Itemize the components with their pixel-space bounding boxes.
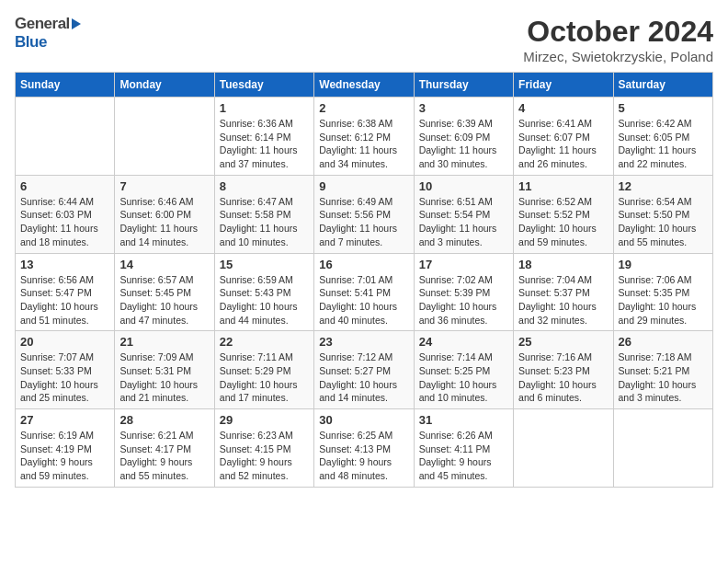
sunrise-text: Sunrise: 6:49 AM <box>319 195 408 209</box>
calendar-cell <box>514 409 613 488</box>
day-number: 21 <box>119 335 209 349</box>
daylight-text: Daylight: 11 hours and 30 minutes. <box>419 144 508 170</box>
day-number: 19 <box>619 258 708 271</box>
calendar-cell <box>115 98 214 176</box>
sunrise-text: Sunrise: 6:59 AM <box>220 273 309 287</box>
location-title: Mirzec, Swietokrzyskie, Poland <box>523 49 713 64</box>
calendar-cell: 23Sunrise: 7:12 AMSunset: 5:27 PMDayligh… <box>314 331 414 409</box>
day-info: Sunrise: 7:09 AMSunset: 5:31 PMDaylight:… <box>119 350 209 405</box>
day-number: 24 <box>419 335 508 349</box>
sunrise-text: Sunrise: 7:04 AM <box>518 273 608 287</box>
sunset-text: Sunset: 5:54 PM <box>419 208 508 222</box>
sunrise-text: Sunrise: 6:42 AM <box>619 117 708 131</box>
daylight-text: Daylight: 10 hours and 59 minutes. <box>518 222 608 248</box>
day-info: Sunrise: 6:41 AMSunset: 6:07 PMDaylight:… <box>518 117 608 171</box>
daylight-text: Daylight: 10 hours and 10 minutes. <box>419 378 508 405</box>
sunrise-text: Sunrise: 6:21 AM <box>119 429 209 442</box>
sunset-text: Sunset: 5:25 PM <box>419 364 508 378</box>
sunrise-text: Sunrise: 6:19 AM <box>20 429 109 442</box>
day-number: 20 <box>20 335 109 349</box>
sunset-text: Sunset: 6:05 PM <box>619 131 708 144</box>
sunset-text: Sunset: 5:27 PM <box>319 364 408 378</box>
sunrise-text: Sunrise: 6:38 AM <box>319 117 408 131</box>
day-info: Sunrise: 6:44 AMSunset: 6:03 PMDaylight:… <box>20 195 109 249</box>
day-number: 18 <box>518 258 608 271</box>
day-number: 23 <box>319 335 408 349</box>
day-number: 16 <box>319 258 408 271</box>
sunrise-text: Sunrise: 7:02 AM <box>419 273 508 287</box>
calendar-cell: 4Sunrise: 6:41 AMSunset: 6:07 PMDaylight… <box>514 98 613 176</box>
weekday-header: Friday <box>514 73 613 98</box>
sunset-text: Sunset: 5:52 PM <box>518 208 608 222</box>
calendar-cell: 11Sunrise: 6:52 AMSunset: 5:52 PMDayligh… <box>514 175 613 253</box>
calendar-cell: 8Sunrise: 6:47 AMSunset: 5:58 PMDaylight… <box>214 175 313 253</box>
daylight-text: Daylight: 11 hours and 18 minutes. <box>20 222 109 248</box>
calendar-cell: 31Sunrise: 6:26 AMSunset: 4:11 PMDayligh… <box>414 409 513 488</box>
calendar-cell: 16Sunrise: 7:01 AMSunset: 5:41 PMDayligh… <box>314 253 414 331</box>
sunrise-text: Sunrise: 7:16 AM <box>518 350 608 364</box>
daylight-text: Daylight: 11 hours and 22 minutes. <box>619 144 708 170</box>
sunset-text: Sunset: 4:19 PM <box>20 442 109 456</box>
sunset-text: Sunset: 5:29 PM <box>220 364 309 378</box>
day-info: Sunrise: 6:47 AMSunset: 5:58 PMDaylight:… <box>220 195 309 249</box>
sunset-text: Sunset: 5:21 PM <box>619 364 708 378</box>
daylight-text: Daylight: 10 hours and 51 minutes. <box>20 300 109 327</box>
day-number: 8 <box>220 179 309 193</box>
calendar-cell: 2Sunrise: 6:38 AMSunset: 6:12 PMDaylight… <box>314 98 414 176</box>
day-info: Sunrise: 6:19 AMSunset: 4:19 PMDaylight:… <box>20 429 109 483</box>
day-info: Sunrise: 7:02 AMSunset: 5:39 PMDaylight:… <box>419 273 508 327</box>
day-number: 31 <box>419 413 508 427</box>
day-info: Sunrise: 6:23 AMSunset: 4:15 PMDaylight:… <box>220 429 309 483</box>
sunset-text: Sunset: 5:33 PM <box>20 364 109 378</box>
logo: General Blue <box>15 15 81 52</box>
sunrise-text: Sunrise: 7:01 AM <box>319 273 408 287</box>
daylight-text: Daylight: 10 hours and 36 minutes. <box>419 300 508 327</box>
calendar-cell: 5Sunrise: 6:42 AMSunset: 6:05 PMDaylight… <box>613 98 712 176</box>
day-number: 6 <box>20 179 109 193</box>
day-info: Sunrise: 7:04 AMSunset: 5:37 PMDaylight:… <box>518 273 608 327</box>
day-number: 29 <box>220 413 309 427</box>
day-info: Sunrise: 7:06 AMSunset: 5:35 PMDaylight:… <box>619 273 708 327</box>
calendar-week-row: 13Sunrise: 6:56 AMSunset: 5:47 PMDayligh… <box>16 253 713 331</box>
sunset-text: Sunset: 5:41 PM <box>319 286 408 300</box>
calendar-cell: 28Sunrise: 6:21 AMSunset: 4:17 PMDayligh… <box>115 409 214 488</box>
daylight-text: Daylight: 11 hours and 10 minutes. <box>220 222 309 248</box>
calendar-cell: 6Sunrise: 6:44 AMSunset: 6:03 PMDaylight… <box>16 175 115 253</box>
calendar-week-row: 20Sunrise: 7:07 AMSunset: 5:33 PMDayligh… <box>16 331 713 409</box>
calendar-cell: 14Sunrise: 6:57 AMSunset: 5:45 PMDayligh… <box>115 253 214 331</box>
weekday-header: Thursday <box>414 73 513 98</box>
sunrise-text: Sunrise: 6:26 AM <box>419 429 508 442</box>
logo-general: General <box>15 15 70 33</box>
daylight-text: Daylight: 10 hours and 3 minutes. <box>619 378 708 405</box>
sunset-text: Sunset: 4:17 PM <box>119 442 209 456</box>
day-info: Sunrise: 6:57 AMSunset: 5:45 PMDaylight:… <box>119 273 209 327</box>
day-number: 27 <box>20 413 109 427</box>
sunrise-text: Sunrise: 6:54 AM <box>619 195 708 209</box>
day-info: Sunrise: 7:11 AMSunset: 5:29 PMDaylight:… <box>220 350 309 405</box>
day-info: Sunrise: 6:39 AMSunset: 6:09 PMDaylight:… <box>419 117 508 171</box>
weekday-header: Tuesday <box>214 73 313 98</box>
title-block: October 2024 Mirzec, Swietokrzyskie, Pol… <box>523 15 713 64</box>
sunset-text: Sunset: 5:39 PM <box>419 286 508 300</box>
day-info: Sunrise: 6:56 AMSunset: 5:47 PMDaylight:… <box>20 273 109 327</box>
daylight-text: Daylight: 10 hours and 6 minutes. <box>518 378 608 405</box>
calendar-cell: 7Sunrise: 6:46 AMSunset: 6:00 PMDaylight… <box>115 175 214 253</box>
sunrise-text: Sunrise: 6:47 AM <box>220 195 309 209</box>
daylight-text: Daylight: 11 hours and 3 minutes. <box>419 222 508 248</box>
sunset-text: Sunset: 4:11 PM <box>419 442 508 456</box>
sunrise-text: Sunrise: 6:36 AM <box>220 117 309 131</box>
daylight-text: Daylight: 11 hours and 37 minutes. <box>220 144 309 170</box>
calendar-cell: 17Sunrise: 7:02 AMSunset: 5:39 PMDayligh… <box>414 253 513 331</box>
weekday-header: Monday <box>115 73 214 98</box>
day-number: 25 <box>518 335 608 349</box>
day-info: Sunrise: 6:42 AMSunset: 6:05 PMDaylight:… <box>619 117 708 171</box>
calendar-cell: 22Sunrise: 7:11 AMSunset: 5:29 PMDayligh… <box>214 331 313 409</box>
calendar-cell: 30Sunrise: 6:25 AMSunset: 4:13 PMDayligh… <box>314 409 414 488</box>
sunrise-text: Sunrise: 6:41 AM <box>518 117 608 131</box>
sunset-text: Sunset: 4:13 PM <box>319 442 408 456</box>
day-info: Sunrise: 7:07 AMSunset: 5:33 PMDaylight:… <box>20 350 109 405</box>
sunset-text: Sunset: 5:23 PM <box>518 364 608 378</box>
day-info: Sunrise: 7:12 AMSunset: 5:27 PMDaylight:… <box>319 350 408 405</box>
sunset-text: Sunset: 5:45 PM <box>119 286 209 300</box>
day-number: 7 <box>119 179 209 193</box>
